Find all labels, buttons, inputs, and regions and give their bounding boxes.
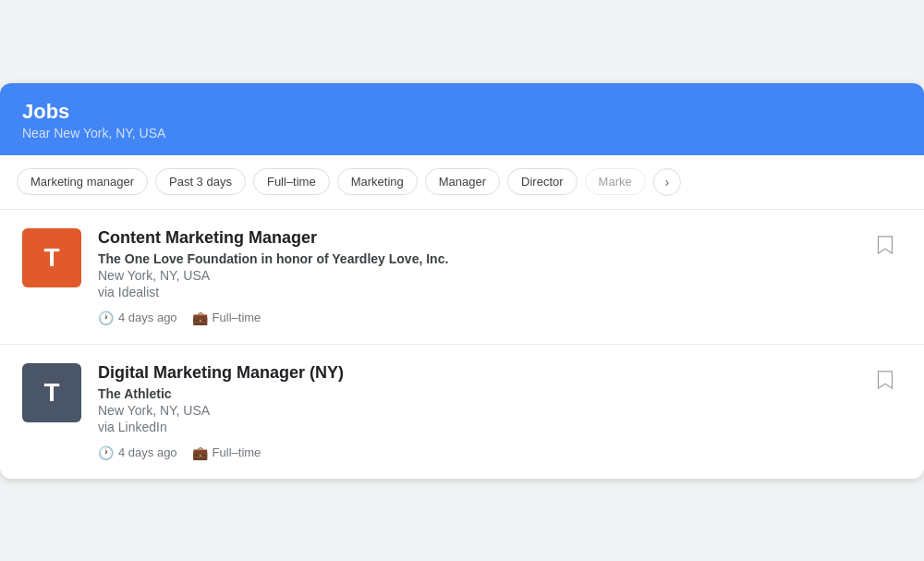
filter-chip-marketing-manager[interactable]: Marketing manager — [17, 168, 148, 195]
job-posted-2: 🕐 4 days ago — [98, 445, 177, 460]
filters-next-button[interactable]: › — [653, 168, 681, 196]
job-list: T Content Marketing Manager The One Love… — [0, 210, 924, 479]
job-title-2: Digital Marketing Manager (NY) — [98, 363, 902, 383]
filter-chip-director[interactable]: Director — [507, 168, 578, 195]
bookmark-button-1[interactable] — [869, 228, 902, 262]
job-type-2: 💼 Full–time — [192, 445, 261, 460]
job-info-1: Content Marketing Manager The One Love F… — [98, 228, 902, 325]
job-source-2: via LinkedIn — [98, 420, 902, 434]
company-logo-2: T — [22, 363, 81, 422]
header: Jobs Near New York, NY, USA — [0, 83, 924, 155]
job-info-2: Digital Marketing Manager (NY) The Athle… — [98, 363, 902, 460]
filter-chip-manager[interactable]: Manager — [425, 168, 500, 195]
page-subtitle: Near New York, NY, USA — [22, 126, 902, 140]
clock-icon-1: 🕐 — [98, 311, 114, 325]
job-location-1: New York, NY, USA — [98, 268, 902, 283]
job-posted-1: 🕐 4 days ago — [98, 311, 177, 325]
jobs-card: Jobs Near New York, NY, USA Marketing ma… — [0, 83, 924, 479]
briefcase-icon-2: 💼 — [192, 445, 208, 460]
company-name-1: The One Love Foundation in honor of Year… — [98, 251, 902, 266]
job-source-1: via Idealist — [98, 285, 902, 299]
job-location-2: New York, NY, USA — [98, 403, 902, 418]
filter-chip-marketing[interactable]: Marketing — [337, 168, 418, 195]
page-title: Jobs — [22, 100, 902, 124]
filter-chip-fulltime[interactable]: Full–time — [253, 168, 330, 195]
company-logo-1: T — [22, 228, 81, 287]
job-title-1: Content Marketing Manager — [98, 228, 902, 248]
filter-chip-past-3-days[interactable]: Past 3 days — [155, 168, 246, 195]
job-item-1[interactable]: T Content Marketing Manager The One Love… — [0, 210, 924, 345]
bookmark-button-2[interactable] — [869, 363, 902, 396]
job-type-1: 💼 Full–time — [192, 311, 261, 325]
filter-chip-marke-partial: Marke — [585, 168, 646, 195]
filters-bar: Marketing manager Past 3 days Full–time … — [0, 155, 924, 210]
job-item-2[interactable]: T Digital Marketing Manager (NY) The Ath… — [0, 345, 924, 479]
clock-icon-2: 🕐 — [98, 445, 114, 460]
company-name-2: The Athletic — [98, 386, 902, 401]
job-meta-1: 🕐 4 days ago 💼 Full–time — [98, 311, 902, 325]
job-meta-2: 🕐 4 days ago 💼 Full–time — [98, 445, 902, 460]
briefcase-icon-1: 💼 — [192, 311, 208, 325]
